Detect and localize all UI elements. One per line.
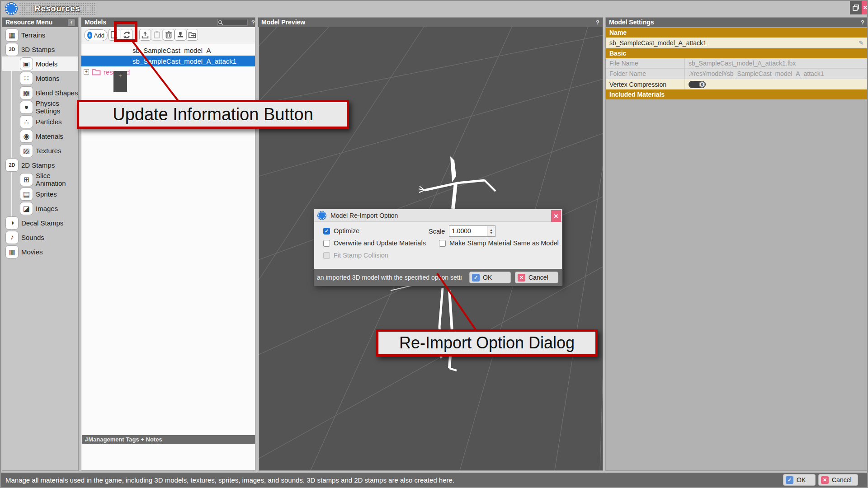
import-icon <box>141 31 149 39</box>
make-stamp-material-checkbox[interactable]: Make Stamp Material Same as Model <box>439 239 559 247</box>
sounds-icon: ♪ <box>6 231 18 244</box>
dialog-app-icon <box>318 211 326 220</box>
edit-pencil-icon[interactable]: ✎ <box>859 39 864 47</box>
export-model-button[interactable] <box>186 29 198 41</box>
model-reimport-dialog: Model Re-Import Option ✕ ✓ Optimize Scal… <box>314 209 562 286</box>
materials-icon: ◉ <box>20 130 33 142</box>
check-icon: ✓ <box>786 476 793 484</box>
model-settings-title: Model Settings <box>609 18 654 27</box>
expand-icon[interactable]: + <box>84 69 89 75</box>
tree-row-model-a[interactable]: sb_SampleCast_model_A <box>81 45 255 56</box>
scale-label: Scale <box>429 228 445 235</box>
model-settings-header: Model Settings ? <box>606 18 868 27</box>
models-search-input[interactable] <box>223 20 245 25</box>
models-search[interactable] <box>217 19 248 26</box>
dialog-title: Model Re-Import Option <box>330 212 398 219</box>
sidebar-item-terrains[interactable]: ▦Terrains <box>2 28 78 42</box>
sidebar-item-materials[interactable]: ◉Materials <box>2 129 78 143</box>
vertex-compression-toggle[interactable]: 0 <box>689 81 706 88</box>
images-icon: ◪ <box>20 202 33 215</box>
folder-icon <box>92 68 101 75</box>
add-model-button[interactable]: + Add <box>84 29 108 41</box>
stamp-icon <box>176 31 184 39</box>
resource-menu-panel: Resource Menu ‹ ▦Terrains 3D3D Stamps ▣M… <box>2 17 79 471</box>
delete-button[interactable] <box>163 29 175 41</box>
dialog-title-bar[interactable]: Model Re-Import Option <box>314 209 562 222</box>
toggle-knob: 0 <box>699 81 705 88</box>
file-name-row: File Name sb_SampleCast_model_A_attack1.… <box>606 58 868 69</box>
dialog-close-button[interactable]: ✕ <box>551 210 561 222</box>
annotation-reimport-option-dialog: Re-Import Option Dialog <box>376 329 598 357</box>
slice-animation-icon: ⊞ <box>20 174 33 186</box>
sidebar-item-3d-stamps[interactable]: 3D3D Stamps <box>2 42 78 56</box>
physics-settings-icon: ● <box>20 101 33 113</box>
models-icon: ▣ <box>20 58 33 70</box>
check-icon: ✓ <box>472 274 480 282</box>
sidebar-item-blend-shapes[interactable]: ▩Blend Shapes <box>2 85 78 100</box>
paste-button[interactable] <box>151 29 163 41</box>
window-title-text: Resources <box>34 4 80 14</box>
close-window-button[interactable]: ✕ <box>862 1 868 14</box>
import-model-button[interactable] <box>139 29 151 41</box>
basic-section-header: Basic <box>606 48 868 58</box>
dialog-footer: an imported 3D model with the specified … <box>314 269 562 286</box>
dialog-ok-button[interactable]: ✓ OK <box>469 272 511 283</box>
resource-menu-header: Resource Menu ‹ <box>2 18 78 27</box>
export-icon <box>188 31 196 39</box>
sidebar-item-physics-settings[interactable]: ●Physics Settings <box>2 100 78 114</box>
sidebar-item-movies[interactable]: ▥Movies <box>2 244 78 259</box>
restore-icon <box>853 5 859 11</box>
dialog-status-text: an imported 3D model with the specified … <box>314 274 466 281</box>
sidebar-item-sounds[interactable]: ♪Sounds <box>2 230 78 244</box>
textures-icon: ▨ <box>20 145 33 157</box>
sidebar-item-sprites[interactable]: ▤Sprites <box>2 187 78 201</box>
sidebar-item-motions[interactable]: ∷Motions <box>2 71 78 85</box>
sidebar-item-decal-stamps[interactable]: ◑Decal Stamps <box>2 216 78 230</box>
model-settings-help[interactable]: ? <box>861 18 864 27</box>
model-preview-header: Model Preview ? <box>258 18 603 27</box>
sidebar-item-slice-animation[interactable]: ⊞Slice Animation <box>2 172 78 187</box>
models-help[interactable]: ? <box>248 18 255 27</box>
trash-icon <box>165 31 173 39</box>
sidebar-item-particles[interactable]: ∴Particles <box>2 114 78 129</box>
model-thumbnail: + <box>113 71 127 92</box>
cross-icon: ✕ <box>821 476 829 484</box>
model-name-field[interactable]: sb_SampleCast_model_A_attack1 ✎ <box>606 38 868 48</box>
plus-icon: + <box>87 32 92 39</box>
close-icon: ✕ <box>863 5 868 11</box>
status-bar-text: Manage all materials used in the game, i… <box>5 476 454 484</box>
sidebar-item-textures[interactable]: ▨Textures <box>2 143 78 158</box>
tree-row-model-a-attack1[interactable]: sb_SampleCast_model_A_attack1 <box>81 56 255 66</box>
restore-window-button[interactable] <box>850 1 862 14</box>
stamp-button[interactable] <box>175 29 186 41</box>
checkbox-icon <box>439 240 446 247</box>
collapse-sidebar-button[interactable]: ‹ <box>68 19 75 26</box>
models-panel: Models ? + Add <box>81 17 255 471</box>
overwrite-materials-checkbox[interactable]: Overwrite and Update Materials <box>323 239 426 247</box>
included-materials-header: Included Materials <box>606 89 868 99</box>
window-title: Resources <box>19 2 96 15</box>
checkbox-checked-icon: ✓ <box>323 228 330 235</box>
sidebar-item-images[interactable]: ◪Images <box>2 201 78 216</box>
decal-stamps-icon: ◑ <box>6 217 18 229</box>
close-icon: ✕ <box>554 213 559 220</box>
scale-spinner[interactable]: ▲ ▼ <box>487 225 495 237</box>
models-toolbar: + Add <box>81 27 255 43</box>
dialog-cancel-button[interactable]: ✕ Cancel <box>515 272 558 283</box>
management-tags-bar[interactable]: #Management Tags + Notes <box>82 435 255 444</box>
resource-menu-title: Resource Menu <box>5 18 52 27</box>
sidebar-item-models[interactable]: ▣Models <box>2 56 78 71</box>
sidebar-item-2d-stamps[interactable]: 2D2D Stamps <box>2 158 78 172</box>
cancel-button[interactable]: ✕ Cancel <box>818 474 858 486</box>
app-icon <box>5 3 17 14</box>
motions-icon: ∷ <box>20 72 33 84</box>
scale-input[interactable]: 1.0000 <box>449 225 487 237</box>
annotation-update-information-button: Update Information Button <box>77 100 349 129</box>
optimize-checkbox[interactable]: ✓ Optimize <box>323 227 359 235</box>
model-preview-help[interactable]: ? <box>596 18 599 27</box>
spinner-down-icon: ▼ <box>490 231 493 235</box>
ok-button[interactable]: ✓ OK <box>783 474 816 486</box>
blend-shapes-icon: ▩ <box>20 87 33 99</box>
status-bar: Manage all materials used in the game, i… <box>1 473 868 487</box>
tree-row-reserved[interactable]: + reserved <box>81 66 255 77</box>
